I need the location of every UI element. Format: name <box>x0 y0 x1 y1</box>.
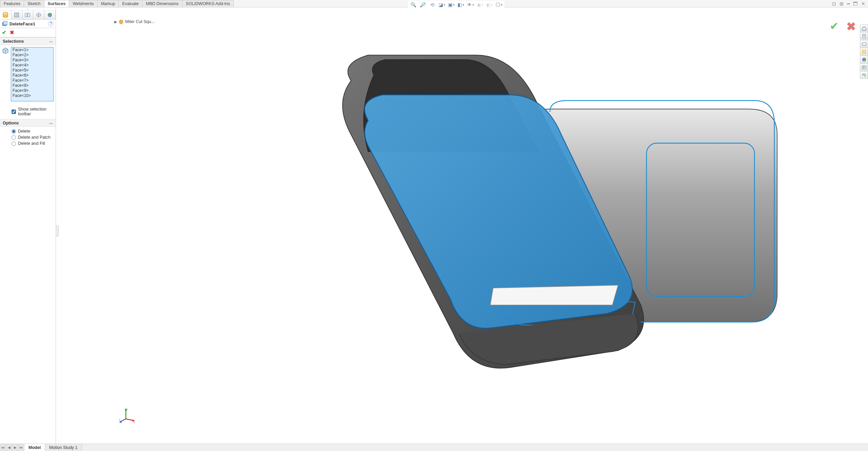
help-icon[interactable]: ? <box>48 21 54 26</box>
property-manager-panel: ○ DeleteFace1 ? ✔ ✖ <box>0 7 56 444</box>
svg-rect-7 <box>28 13 30 17</box>
section-selections-header[interactable]: Selections ︿ <box>0 37 56 45</box>
show-selection-toolbar-label: Show selection toolbar <box>18 107 53 116</box>
option-delete-fill[interactable]: Delete and Fill <box>12 141 53 146</box>
section-view-icon[interactable]: ◪ <box>439 1 445 8</box>
panel-flyout-handle[interactable] <box>56 225 59 236</box>
list-item[interactable]: Face<4> <box>11 63 53 68</box>
section-selections-label: Selections <box>3 39 24 44</box>
orientation-triad[interactable]: y x z <box>119 408 136 425</box>
list-item[interactable]: Face<9> <box>11 88 53 93</box>
nav-prev-icon[interactable]: ◀ <box>6 444 12 451</box>
task-design-library-icon[interactable] <box>860 48 868 55</box>
chevron-up-icon: ︿ <box>49 120 53 125</box>
task-custom-props-icon[interactable] <box>860 63 868 71</box>
win-restore-icon[interactable]: ⊞ <box>840 1 844 6</box>
nav-last-icon[interactable]: ⏭ <box>18 444 24 451</box>
display-style-icon[interactable]: ◧ <box>458 1 464 8</box>
view-settings-icon[interactable]: 🖵 <box>496 1 502 8</box>
win-collapse-icon[interactable]: ⊡ <box>832 1 836 6</box>
breadcrumb-expand-icon[interactable]: ▶ <box>114 20 117 24</box>
face-selection-icon <box>2 47 9 54</box>
tab-feature-manager[interactable] <box>0 11 11 19</box>
cancel-button[interactable]: ✖ <box>10 30 14 36</box>
tab-property-manager[interactable] <box>11 11 22 19</box>
list-item[interactable]: Face<2> <box>11 53 53 58</box>
svg-text:z: z <box>119 418 120 421</box>
section-options-label: Options <box>3 121 19 125</box>
ribbon-tab-surfaces[interactable]: Surfaces <box>44 0 70 7</box>
scene-icon[interactable]: ◐ <box>486 1 493 8</box>
feature-name: DeleteFace1 <box>9 21 35 26</box>
chevron-up-icon: ︿ <box>49 39 53 44</box>
ribbon-tab-addins[interactable]: SOLIDWORKS Add-Ins <box>182 0 234 7</box>
close-icon[interactable]: ✕ <box>861 1 865 6</box>
task-pane <box>860 24 868 79</box>
task-appearances-icon[interactable] <box>860 56 868 63</box>
list-item[interactable]: Face<7> <box>11 78 53 83</box>
window-controls: ⊡ ⊞ ━ 🗖 ✕ <box>829 0 868 7</box>
maximize-icon[interactable]: 🗖 <box>853 1 858 6</box>
section-options-header[interactable]: Options ︿ <box>0 119 56 127</box>
zoom-area-icon[interactable]: 🔎 <box>420 1 426 8</box>
ribbon-tab-mbd[interactable]: MBD Dimensions <box>142 0 182 7</box>
tab-display-manager[interactable] <box>44 11 56 19</box>
radio-delete[interactable] <box>12 129 16 134</box>
confirm-bar: ✔ ✖ <box>0 28 56 37</box>
task-open-icon[interactable] <box>860 40 868 47</box>
task-reload-icon[interactable] <box>860 71 868 79</box>
ribbon-tab-sketch[interactable]: Sketch <box>24 0 44 7</box>
delete-face-icon <box>2 21 7 26</box>
radio-delete-fill[interactable] <box>12 141 16 146</box>
tab-model[interactable]: Model <box>24 444 45 451</box>
list-item[interactable]: Face<3> <box>11 58 53 63</box>
list-item[interactable]: Face<8> <box>11 83 53 88</box>
task-home-icon[interactable] <box>860 24 868 32</box>
property-manager-title-bar: DeleteFace1 ? <box>0 20 56 28</box>
svg-rect-32 <box>862 65 866 68</box>
nav-next-icon[interactable]: ▶ <box>12 444 18 451</box>
option-delete[interactable]: Delete <box>12 129 53 134</box>
radio-delete-patch[interactable] <box>12 135 16 140</box>
svg-point-31 <box>862 57 866 61</box>
svg-text:x: x <box>134 421 135 424</box>
list-item[interactable]: Face<1> <box>11 47 53 53</box>
ribbon-tab-evaluate[interactable]: Evaluate <box>118 0 142 7</box>
hide-show-icon[interactable]: 👁 <box>467 1 474 8</box>
ok-button[interactable]: ✔ <box>2 30 6 36</box>
nav-first-icon[interactable]: ⏮ <box>0 444 6 451</box>
tab-configuration-manager[interactable] <box>22 11 34 19</box>
view-orientation-icon[interactable]: ▣ <box>448 1 455 8</box>
svg-rect-13 <box>3 21 7 25</box>
svg-rect-1 <box>4 13 7 14</box>
panel-grip[interactable]: ○ <box>0 7 56 11</box>
tab-motion-study[interactable]: Motion Study 1 <box>45 444 82 451</box>
svg-rect-28 <box>864 50 866 51</box>
bottom-tab-bar: ⏮ ◀ ▶ ⏭ Model Motion Study 1 <box>0 444 868 451</box>
svg-line-18 <box>126 419 134 420</box>
svg-point-11 <box>48 13 52 17</box>
svg-rect-29 <box>862 52 864 54</box>
list-item[interactable]: Face<10> <box>11 93 53 98</box>
option-delete-patch[interactable]: Delete and Patch <box>12 135 53 140</box>
zoom-fit-icon[interactable]: 🔍 <box>410 1 417 8</box>
model-rendering <box>117 21 858 430</box>
svg-rect-6 <box>25 13 27 17</box>
list-item[interactable]: Face<5> <box>11 68 53 73</box>
manager-tabs <box>0 11 56 20</box>
svg-rect-30 <box>864 52 866 54</box>
svg-text:y: y <box>127 408 128 411</box>
face-selection-list[interactable]: Face<1> Face<2> Face<3> Face<4> Face<5> … <box>11 47 54 101</box>
task-resources-icon[interactable] <box>860 32 868 40</box>
ribbon-tab-weldments[interactable]: Weldments <box>69 0 97 7</box>
show-selection-toolbar-checkbox[interactable] <box>12 110 16 114</box>
ribbon-tab-markup[interactable]: Markup <box>97 0 119 7</box>
svg-marker-22 <box>119 420 122 423</box>
tab-dimxpert[interactable] <box>33 11 44 19</box>
ribbon-tab-features[interactable]: Features <box>0 0 24 7</box>
appearance-icon[interactable]: ◉ <box>477 1 483 8</box>
minimize-icon[interactable]: ━ <box>847 1 850 6</box>
previous-view-icon[interactable]: ⟲ <box>429 1 436 8</box>
list-item[interactable]: Face<6> <box>11 73 53 78</box>
graphics-viewport[interactable]: ▶ Miter Cut Squ... ✔ ✖ <box>56 7 868 444</box>
